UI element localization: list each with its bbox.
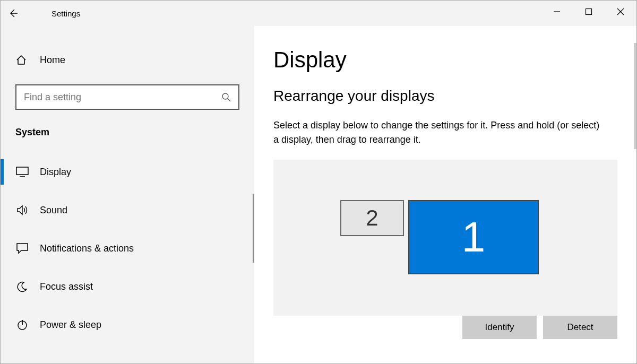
page-title: Display [273,47,617,73]
svg-line-5 [228,99,230,101]
svg-rect-1 [586,9,592,15]
nav-item-focus-assist[interactable]: Focus assist [1,267,254,306]
close-icon [617,8,624,15]
moon-icon [15,281,29,292]
window-title: Settings [51,9,80,18]
back-arrow-icon [8,8,19,19]
chat-icon [15,242,29,254]
maximize-icon [585,8,592,15]
nav-item-sound[interactable]: Sound [1,191,254,229]
nav-label: Power & sleep [40,319,101,331]
home-link[interactable]: Home [1,47,254,73]
home-label: Home [40,55,65,66]
category-label: System [1,127,254,138]
nav-label: Focus assist [40,281,93,292]
section-description: Select a display below to change the set… [273,118,602,147]
close-button[interactable] [605,1,636,23]
home-icon [15,54,29,66]
display-monitor-1[interactable]: 1 [408,200,539,274]
section-title: Rearrange your displays [273,88,617,105]
display-arrange-area[interactable]: 2 1 [273,160,617,316]
detect-button[interactable]: Detect [543,316,617,339]
nav-label: Display [40,167,71,178]
power-icon [15,319,29,331]
nav-item-power-sleep[interactable]: Power & sleep [1,306,254,344]
display-monitor-2[interactable]: 2 [340,200,404,236]
identify-button[interactable]: Identify [462,316,537,339]
search-box[interactable] [15,84,239,110]
nav-item-notifications[interactable]: Notifications & actions [1,229,254,267]
title-bar: Settings [1,1,636,26]
nav-label: Notifications & actions [40,243,134,254]
main-scrollbar[interactable] [634,43,636,149]
search-input[interactable] [24,92,221,103]
svg-point-4 [222,93,228,99]
speaker-icon [15,204,29,216]
maximize-button[interactable] [573,1,605,23]
main-content: Display Rearrange your displays Select a… [254,26,636,363]
search-icon [221,92,231,102]
window-controls [541,1,636,23]
nav-item-display[interactable]: Display [1,153,254,191]
svg-rect-6 [16,167,28,175]
minimize-button[interactable] [541,1,573,23]
minimize-icon [553,8,561,15]
nav-label: Sound [40,205,67,216]
monitor-icon [15,167,29,177]
back-button[interactable] [1,1,26,26]
sidebar: Home System Display Sound Notifications … [1,26,254,363]
